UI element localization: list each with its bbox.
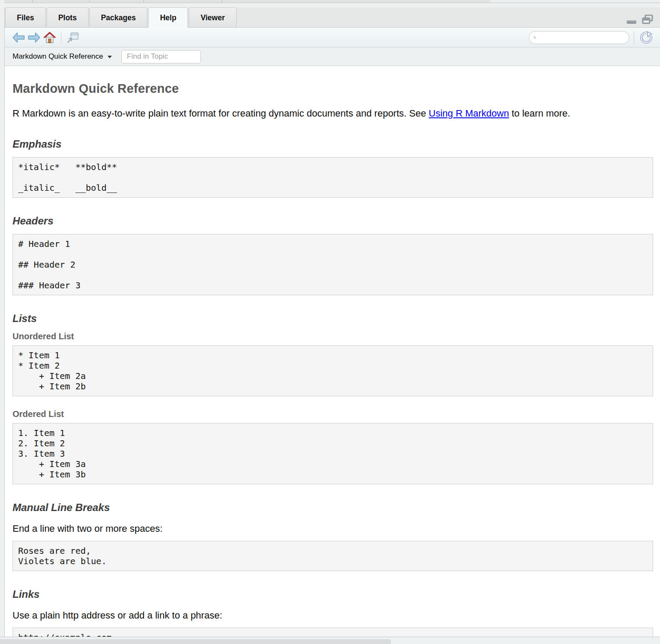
upper-pane-edge [4, 0, 660, 3]
tab-help-label: Help [160, 13, 176, 22]
chevron-down-icon [108, 56, 112, 58]
links-note: Use a plain http address or add a link t… [13, 610, 653, 621]
tab-packages-label: Packages [101, 13, 136, 22]
maximize-pane-icon[interactable] [642, 15, 653, 24]
back-arrow-icon [12, 32, 25, 43]
code-block-emphasis: *italic* **bold** _italic_ __bold__ [13, 157, 653, 198]
section-heading-line-breaks: Manual Line Breaks [13, 502, 653, 514]
lower-pane-edge-dark [0, 639, 391, 644]
find-in-topic-input[interactable] [121, 50, 201, 63]
section-heading-links: Links [13, 588, 653, 600]
topic-dropdown-label: Markdown Quick Reference [13, 52, 103, 61]
show-in-new-window-button[interactable] [65, 30, 80, 45]
tab-viewer-label: Viewer [200, 13, 225, 22]
page-title: Markdown Quick Reference [13, 82, 653, 96]
help-pane: Files Plots Packages Help Viewer [4, 7, 660, 637]
upper-tab-separator [143, 0, 144, 3]
toolbar-separator [634, 31, 634, 44]
intro-paragraph: R Markdown is an easy-to-write plain tex… [13, 106, 643, 121]
search-input[interactable] [539, 34, 625, 41]
open-in-new-window-icon [66, 32, 79, 44]
forward-button[interactable] [26, 30, 42, 45]
section-heading-emphasis: Emphasis [13, 138, 653, 150]
help-search-box[interactable] [529, 31, 629, 44]
minimize-pane-icon[interactable] [626, 19, 637, 24]
pane-tab-bar: Files Plots Packages Help Viewer [5, 7, 660, 28]
tab-files[interactable]: Files [5, 7, 46, 28]
code-block-headers: # Header 1 ## Header 2 ### Header 3 [13, 234, 653, 295]
topic-dropdown[interactable]: Markdown Quick Reference [13, 52, 112, 61]
intro-text-after: to learn more. [509, 108, 570, 119]
back-button[interactable] [11, 30, 26, 45]
subheading-unordered-list: Unordered List [13, 331, 653, 341]
tab-plots[interactable]: Plots [47, 7, 89, 28]
refresh-button[interactable] [638, 30, 654, 45]
line-breaks-note: End a line with two or more spaces: [13, 523, 653, 534]
using-r-markdown-link[interactable]: Using R Markdown [429, 108, 509, 119]
upper-pane-edge-light [490, 0, 660, 3]
code-block-links: http://example.com [13, 628, 653, 637]
home-icon [43, 31, 57, 44]
tab-packages[interactable]: Packages [89, 7, 148, 28]
topic-bar: Markdown Quick Reference [5, 47, 660, 66]
tab-plots-label: Plots [58, 13, 77, 22]
lower-pane-edge [0, 637, 660, 644]
upper-tab-separator [89, 0, 90, 3]
subheading-ordered-list: Ordered List [13, 409, 653, 419]
upper-tab-separator [222, 0, 222, 3]
upper-tab-separator [32, 0, 33, 3]
refresh-icon [640, 31, 653, 44]
section-heading-headers: Headers [13, 215, 653, 227]
search-icon [533, 34, 536, 41]
help-document: Markdown Quick Reference R Markdown is a… [5, 66, 660, 637]
help-toolbar [5, 28, 660, 47]
code-block-unordered-list: * Item 1 * Item 2 + Item 2a + Item 2b [13, 345, 653, 396]
forward-arrow-icon [28, 32, 41, 43]
code-block-ordered-list: 1. Item 1 2. Item 2 3. Item 3 + Item 3a … [13, 423, 653, 484]
tab-viewer[interactable]: Viewer [189, 7, 236, 28]
code-block-line-breaks: Roses are red, Violets are blue. [13, 541, 653, 571]
intro-text-before: R Markdown is an easy-to-write plain tex… [13, 108, 429, 119]
tab-help[interactable]: Help [148, 7, 188, 28]
section-heading-lists: Lists [13, 313, 653, 325]
tab-files-label: Files [17, 13, 34, 22]
toolbar-separator [61, 31, 61, 44]
home-button[interactable] [42, 30, 57, 45]
